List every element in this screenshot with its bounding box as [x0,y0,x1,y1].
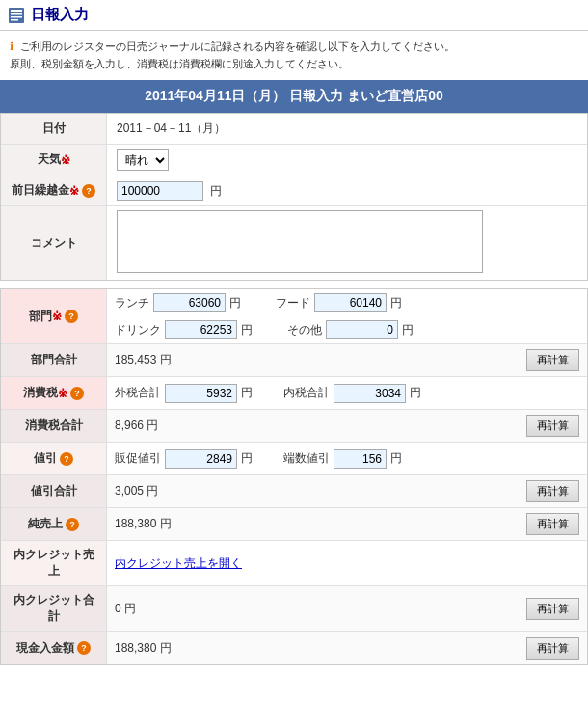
tax-excl-input[interactable] [165,384,237,403]
prev-balance-value: 円 [107,177,587,204]
disc-sales-group: 販促値引 円 [115,449,253,469]
weather-value: 晴れ 曇り 雨 雪 [107,146,587,175]
bumon-recalc-button[interactable]: 再計算 [526,349,579,371]
info-line2: 原則、税別金額を入力し、消費税は消費税欄に別途入力してください。 [10,58,349,69]
svg-rect-2 [11,13,22,15]
lunch-input[interactable] [153,293,226,312]
prev-balance-label: 前日繰越金※ ? [1,175,107,205]
inner-credit-total-content: 0 円 再計算 [107,594,587,624]
inner-credit-total-value: 0 円 [115,601,136,617]
inner-credit-sales-label: 内クレジット売上 [1,541,107,585]
tax-excl-unit: 円 [241,385,253,401]
cash-amt-label: 現金入金額 ? [1,632,107,664]
tax-incl-label: 内税合計 [283,385,330,401]
tax-total-content: 8,966 円 再計算 [107,411,587,441]
inner-credit-total-row: 内クレジット合計 0 円 再計算 [1,586,587,632]
bumon-total-label: 部門合計 [1,344,107,376]
comment-label: コメント [1,206,107,280]
food-input[interactable] [314,293,387,312]
tax-excl-label: 外税合計 [115,385,161,401]
prev-balance-input[interactable] [117,181,203,201]
prev-balance-row: 前日繰越金※ ? 円 [1,175,587,206]
drink-group: ドリンク 円 [115,320,253,339]
tax-incl-group: 内税合計 円 [283,384,421,403]
cash-amt-value: 188,380 円 [115,640,172,657]
info-bar: ℹ ご利用のレジスターの日売ジャーナルに記録される内容を確認し以下を入力してくだ… [0,31,588,80]
net-sales-help-icon[interactable]: ? [66,518,79,531]
drink-label: ドリンク [115,322,161,338]
drink-input[interactable] [165,320,237,339]
comment-value [107,206,587,280]
tax-incl-unit: 円 [410,385,421,401]
page-title: 日報入力 [31,6,89,24]
net-sales-value: 188,380 円 [115,516,172,532]
disc-total-value: 3,005 円 [115,483,158,499]
discount-row: 値引 ? 販促値引 円 端数値引 円 [1,443,587,475]
net-sales-content: 188,380 円 再計算 [107,509,587,539]
tax-content: 外税合計 円 内税合計 円 [107,380,587,407]
disc-total-row: 値引合計 3,005 円 再計算 [1,475,587,508]
inner-credit-recalc-button[interactable]: 再計算 [526,598,579,620]
other-unit: 円 [402,322,414,338]
disc-num-unit: 円 [390,450,402,467]
food-unit: 円 [390,295,402,311]
lunch-label: ランチ [115,295,149,311]
tax-label: 消費税※ ? [1,377,107,409]
svg-rect-3 [11,16,22,18]
inner-credit-sales-row: 内クレジット売上 内クレジット売上を開く [1,541,587,586]
bumon-content: ランチ 円 フード 円 ドリンク 円 その [107,289,587,343]
page-title-bar: 日報入力 [0,0,588,31]
tax-total-value: 8,966 円 [115,418,158,434]
other-group: その他 円 [287,320,414,339]
daily-report-icon [8,7,25,24]
info-line1: ご利用のレジスターの日売ジャーナルに記録される内容を確認し以下を入力してください… [20,40,455,52]
tax-help-icon[interactable]: ? [70,387,84,400]
other-label: その他 [287,322,322,338]
inner-credit-sales-link[interactable]: 内クレジット売上を開く [115,555,242,572]
tax-total-label: 消費税合計 [1,410,107,442]
cash-amt-help-icon[interactable]: ? [77,641,91,655]
weather-select[interactable]: 晴れ 曇り 雨 雪 [117,149,169,171]
net-sales-recalc-button[interactable]: 再計算 [526,513,579,535]
disc-num-group: 端数値引 円 [283,449,402,469]
bumon-total-value: 185,453 円 [115,352,172,368]
info-icon: ℹ [10,40,13,52]
cash-amt-recalc-button[interactable]: 再計算 [526,637,579,660]
lunch-group: ランチ 円 [115,293,241,312]
tax-incl-input[interactable] [334,384,406,403]
bumon-row: 部門※ ? ランチ 円 フード 円 ドリンク [1,289,587,344]
comment-textarea[interactable] [117,210,483,273]
discount-label: 値引 ? [1,443,107,474]
disc-sales-unit: 円 [241,450,253,467]
net-sales-row: 純売上 ? 188,380 円 再計算 [1,508,587,541]
discount-content: 販促値引 円 端数値引 円 [107,445,587,472]
weather-row: 天気※ 晴れ 曇り 雨 雪 [1,145,587,175]
prev-balance-help-icon[interactable]: ? [82,184,95,198]
svg-rect-4 [11,19,18,21]
disc-sales-label: 販促値引 [115,450,161,467]
tax-row: 消費税※ ? 外税合計 円 内税合計 円 [1,377,587,410]
weather-label: 天気※ [1,145,107,175]
other-input[interactable] [326,320,398,339]
disc-num-input[interactable] [334,449,387,469]
tax-total-row: 消費税合計 8,966 円 再計算 [1,410,587,443]
date-row: 日付 2011－04－11（月） [1,114,587,145]
disc-total-label: 値引合計 [1,475,107,507]
bottom-section: 部門※ ? ランチ 円 フード 円 ドリンク [0,288,588,665]
bumon-label: 部門※ ? [1,289,107,343]
discount-help-icon[interactable]: ? [60,452,73,466]
bumon-total-content: 185,453 円 再計算 [107,345,587,375]
cash-amt-content: 188,380 円 再計算 [107,634,587,663]
bumon-help-icon[interactable]: ? [65,310,78,323]
disc-total-content: 3,005 円 再計算 [107,476,587,506]
cash-amt-row: 現金入金額 ? 188,380 円 再計算 [1,632,587,664]
disc-num-label: 端数値引 [283,450,330,467]
prev-balance-unit: 円 [210,184,222,198]
tax-recalc-button[interactable]: 再計算 [526,415,579,437]
disc-recalc-button[interactable]: 再計算 [526,480,579,502]
inner-credit-total-label: 内クレジット合計 [1,586,107,631]
date-value: 2011－04－11（月） [107,117,587,141]
lunch-unit: 円 [229,295,241,311]
top-form-section: 日付 2011－04－11（月） 天気※ 晴れ 曇り 雨 雪 前日繰越金※ ? … [0,113,588,281]
disc-sales-input[interactable] [165,449,237,469]
